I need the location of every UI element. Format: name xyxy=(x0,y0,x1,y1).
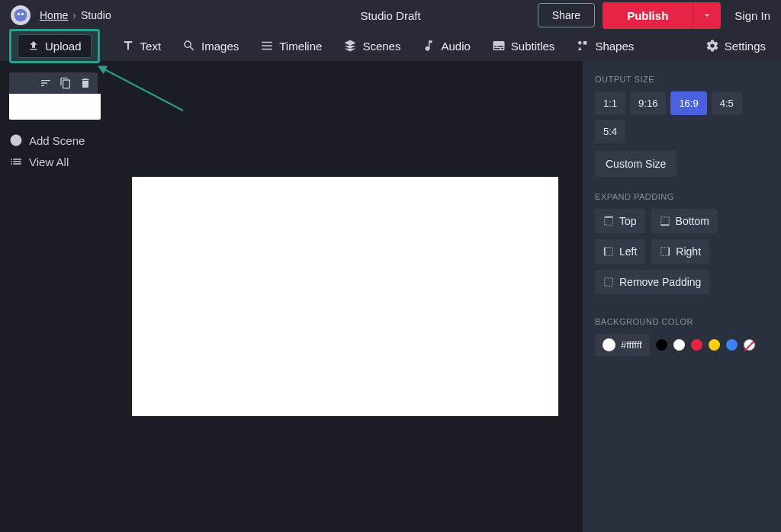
padding-top[interactable]: Top xyxy=(595,209,645,233)
svg-point-2 xyxy=(21,13,24,15)
search-icon xyxy=(182,39,196,53)
upload-button[interactable]: Upload xyxy=(18,34,92,58)
images-label: Images xyxy=(201,40,239,53)
upload-icon xyxy=(27,40,40,52)
trash-icon[interactable] xyxy=(79,77,92,89)
plus-circle-icon xyxy=(9,133,23,147)
svg-rect-12 xyxy=(605,248,613,256)
upload-highlight: Upload xyxy=(9,29,100,63)
output-size-label: OUTPUT SIZE xyxy=(595,75,769,84)
scene-thumbnail[interactable] xyxy=(9,94,101,120)
breadcrumb-home[interactable]: Home xyxy=(40,9,68,21)
upload-label: Upload xyxy=(45,40,82,53)
swatch-white[interactable] xyxy=(673,339,685,351)
padding-right[interactable]: Right xyxy=(651,239,709,264)
breadcrumb-sep: › xyxy=(72,9,76,21)
swatch-yellow[interactable] xyxy=(709,339,720,351)
text-button[interactable]: Text xyxy=(121,39,162,53)
settings-button[interactable]: Settings xyxy=(705,39,766,53)
svg-point-1 xyxy=(18,13,20,15)
page-title[interactable]: Studio Draft xyxy=(360,9,420,22)
sort-icon[interactable] xyxy=(40,77,52,89)
swatch-black[interactable] xyxy=(656,339,667,351)
shapes-label: Shapes xyxy=(595,40,634,53)
padding-top-icon xyxy=(603,216,614,226)
right-panel: OUTPUT SIZE 1:1 9:16 16:9 4:5 5:4 Custom… xyxy=(583,61,781,532)
padding-bottom-icon xyxy=(660,216,670,226)
timeline-label: Timeline xyxy=(279,40,322,53)
padding-left-icon xyxy=(603,246,614,257)
ratio-1-1[interactable]: 1:1 xyxy=(595,91,625,115)
svg-rect-10 xyxy=(660,217,669,226)
scene-actions: Add Scene View All xyxy=(9,133,98,168)
svg-point-3 xyxy=(578,41,582,45)
padding-bottom[interactable]: Bottom xyxy=(651,209,718,233)
main: Add Scene View All OUTPUT SIZE 1:1 9:16 … xyxy=(0,61,781,532)
gear-icon xyxy=(705,39,719,53)
subtitles-label: Subtitles xyxy=(511,40,555,53)
left-panel: Add Scene View All xyxy=(0,61,107,532)
color-row: #ffffff xyxy=(595,334,769,356)
swatch-red[interactable] xyxy=(691,339,702,351)
ratio-group: 1:1 9:16 16:9 4:5 5:4 xyxy=(595,91,769,143)
ratio-4-5[interactable]: 4:5 xyxy=(712,91,742,115)
view-all-label: View All xyxy=(29,155,69,168)
top-actions: Share Publish Sign In xyxy=(538,2,770,29)
breadcrumb-studio: Studio xyxy=(81,9,111,21)
toolbar: Upload Text Images Timeline Scenes Audio… xyxy=(0,30,781,61)
text-icon xyxy=(121,39,135,53)
publish-group: Publish xyxy=(603,2,721,29)
publish-button[interactable]: Publish xyxy=(603,2,693,29)
svg-rect-8 xyxy=(605,217,613,226)
copy-icon[interactable] xyxy=(59,77,72,89)
svg-line-7 xyxy=(103,69,183,111)
svg-rect-16 xyxy=(605,278,613,287)
scene-toolbar xyxy=(9,72,98,94)
expand-padding-label: EXPAND PADDING xyxy=(595,192,769,201)
timeline-button[interactable]: Timeline xyxy=(260,39,322,53)
annotation-arrow xyxy=(95,61,202,122)
settings-label: Settings xyxy=(725,40,766,53)
images-button[interactable]: Images xyxy=(182,39,239,53)
publish-dropdown[interactable] xyxy=(693,2,721,29)
swatch-blue[interactable] xyxy=(726,339,738,351)
svg-rect-14 xyxy=(661,248,670,256)
remove-padding[interactable]: Remove Padding xyxy=(595,270,709,294)
add-scene-label: Add Scene xyxy=(29,134,85,147)
canvas[interactable] xyxy=(132,177,558,416)
scenes-button[interactable]: Scenes xyxy=(343,39,400,53)
shapes-button[interactable]: Shapes xyxy=(576,39,634,53)
current-swatch xyxy=(603,338,615,351)
audio-label: Audio xyxy=(441,40,470,53)
top-bar: Home › Studio Studio Draft Share Publish… xyxy=(0,0,781,30)
breadcrumb: Home › Studio xyxy=(40,9,111,21)
signin-link[interactable]: Sign In xyxy=(734,9,770,22)
subtitles-button[interactable]: Subtitles xyxy=(492,39,555,53)
ratio-5-4[interactable]: 5:4 xyxy=(595,120,625,143)
shapes-icon xyxy=(576,39,590,53)
subtitles-icon xyxy=(492,39,506,53)
timeline-icon xyxy=(260,39,274,53)
svg-rect-4 xyxy=(583,41,587,45)
chevron-down-icon xyxy=(701,9,713,21)
scenes-label: Scenes xyxy=(362,40,400,53)
avatar[interactable] xyxy=(11,5,31,25)
view-all-button[interactable]: View All xyxy=(9,155,98,168)
canvas-area xyxy=(107,61,583,532)
padding-left[interactable]: Left xyxy=(595,239,645,264)
svg-point-0 xyxy=(14,9,27,22)
share-button[interactable]: Share xyxy=(538,3,595,27)
ratio-9-16[interactable]: 9:16 xyxy=(630,91,666,115)
audio-button[interactable]: Audio xyxy=(422,39,470,53)
text-label: Text xyxy=(140,40,162,53)
music-icon xyxy=(422,39,435,53)
layers-icon xyxy=(343,39,357,53)
color-value: #ffffff xyxy=(621,339,642,351)
swatch-none[interactable] xyxy=(744,339,755,351)
custom-size-button[interactable]: Custom Size xyxy=(595,151,677,177)
add-scene-button[interactable]: Add Scene xyxy=(9,133,98,147)
padding-group: Top Bottom Left Right Remove Padding xyxy=(595,209,769,294)
list-icon xyxy=(9,155,23,168)
ratio-16-9[interactable]: 16:9 xyxy=(670,91,706,115)
color-current[interactable]: #ffffff xyxy=(595,334,650,356)
